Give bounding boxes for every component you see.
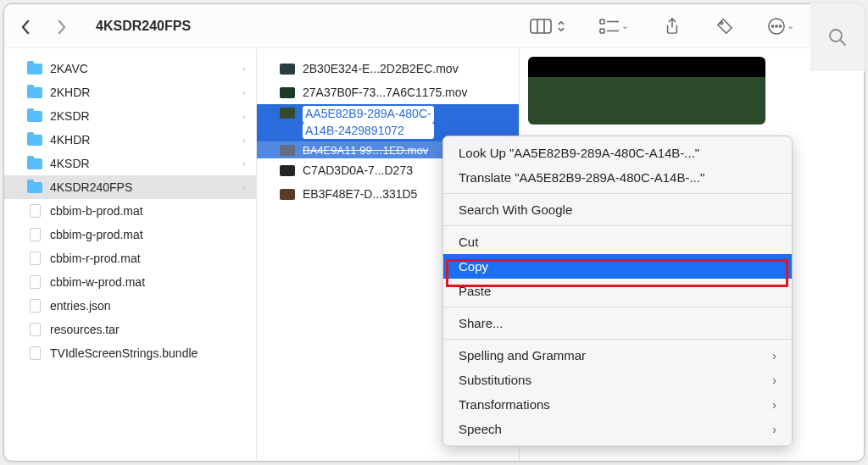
chevron-right-icon: ›	[242, 158, 246, 169]
forward-button[interactable]	[57, 19, 70, 33]
menu-label: Substitutions	[459, 373, 531, 387]
sidebar-item[interactable]: 2KAVC›	[4, 57, 256, 80]
item-label: cbbim-w-prod.mat	[50, 275, 145, 289]
back-button[interactable]	[21, 19, 35, 33]
sidebar-item[interactable]: TVIdleScreenStrings.bundle	[4, 341, 256, 365]
svg-point-9	[771, 25, 773, 26]
file-label: BA4E9A11 99…1ED.mov	[303, 144, 428, 157]
sidebar-item[interactable]: cbbim-r-prod.mat	[4, 246, 256, 270]
menu-separator	[443, 307, 792, 307]
item-label: cbbim-g-prod.mat	[50, 228, 143, 241]
sidebar-item[interactable]: 4KSDR›	[4, 152, 256, 175]
menu-label: Paste	[459, 284, 491, 298]
item-label: 2KSDR	[50, 109, 90, 123]
thumbnail-icon	[279, 62, 296, 75]
sidebar-item[interactable]: 2KSDR›	[4, 104, 256, 128]
svg-line-15	[841, 41, 845, 45]
file-row[interactable]: 27A37B0F-73...7A6C1175.mov	[257, 80, 519, 104]
menu-label: Speech	[459, 422, 502, 436]
svg-rect-3	[600, 19, 604, 24]
updown-icon	[557, 20, 565, 32]
svg-point-14	[830, 30, 842, 42]
file-label: 2B30E324-E...2D2B2EC.mov	[303, 62, 459, 75]
file-label: AA5E82B9-289A-480C-	[303, 106, 434, 123]
chevron-right-icon: ›	[242, 182, 246, 192]
folder-icon	[26, 86, 43, 99]
menu-separator	[443, 193, 792, 194]
sidebar-item[interactable]: cbbim-b-prod.mat	[4, 199, 256, 223]
menu-separator	[443, 225, 792, 226]
chevron-down-icon: ⌄	[621, 20, 629, 31]
menu-transformations[interactable]: Transformations›	[443, 392, 792, 417]
svg-point-10	[776, 25, 777, 26]
menu-paste[interactable]: Paste	[443, 279, 792, 303]
chevron-right-icon: ›	[772, 398, 776, 412]
chevron-right-icon: ›	[242, 87, 246, 97]
item-label: 4KHDR	[50, 133, 90, 147]
thumbnail-icon	[279, 106, 296, 119]
menu-label: Search With Google	[459, 202, 572, 217]
file-icon	[26, 252, 43, 265]
file-icon	[26, 204, 43, 218]
more-button[interactable]: ⌄	[768, 17, 794, 36]
menu-search-google[interactable]: Search With Google	[443, 197, 792, 222]
menu-share[interactable]: Share...	[443, 311, 792, 335]
menu-cut[interactable]: Cut	[443, 230, 792, 254]
file-label: C7AD3D0A-7...D273	[303, 163, 413, 177]
chevron-right-icon: ›	[772, 423, 776, 436]
item-label: cbbim-b-prod.mat	[50, 204, 143, 218]
menu-label: Look Up "AA5E82B9-289A-480C-A14B-..."	[459, 146, 699, 160]
file-label: EB3F48E7-D...331D5	[303, 187, 417, 201]
thumbnail-icon	[279, 187, 296, 201]
item-label: entries.json	[50, 299, 111, 313]
sidebar-item[interactable]: 4KSDR240FPS›	[4, 175, 256, 199]
menu-label: Translate "AA5E82B9-289A-480C-A14B-..."	[459, 170, 704, 185]
folder-icon	[26, 180, 43, 194]
folder-icon	[26, 109, 43, 123]
background-search-icon	[810, 3, 865, 71]
thumbnail-icon	[279, 86, 296, 99]
sidebar-item[interactable]: resources.tar	[4, 318, 256, 341]
menu-speech[interactable]: Speech›	[443, 417, 792, 441]
file-row[interactable]: 2B30E324-E...2D2B2EC.mov	[257, 57, 519, 80]
item-label: 2KAVC	[50, 62, 88, 75]
sidebar-item[interactable]: cbbim-w-prod.mat	[4, 270, 256, 294]
file-icon	[26, 228, 43, 241]
folder-icon	[26, 157, 43, 170]
sidebar-item[interactable]: 2KHDR›	[4, 80, 256, 104]
file-label: 27A37B0F-73...7A6C1175.mov	[303, 86, 468, 99]
menu-spelling[interactable]: Spelling and Grammar›	[443, 343, 792, 368]
menu-label: Spelling and Grammar	[459, 348, 586, 363]
item-label: cbbim-r-prod.mat	[50, 252, 141, 265]
svg-rect-4	[600, 29, 604, 33]
svg-rect-0	[531, 19, 551, 33]
svg-point-11	[779, 25, 781, 26]
item-label: resources.tar	[50, 323, 120, 336]
chevron-right-icon: ›	[242, 135, 246, 145]
menu-separator	[443, 339, 792, 340]
menu-copy[interactable]: Copy	[443, 254, 792, 279]
file-icon	[26, 346, 43, 360]
group-button[interactable]: ⌄	[599, 17, 629, 36]
menu-lookup[interactable]: Look Up "AA5E82B9-289A-480C-A14B-..."	[443, 141, 792, 165]
menu-label: Share...	[459, 316, 504, 330]
tags-button[interactable]	[715, 17, 734, 36]
file-icon	[26, 299, 43, 313]
item-label: 4KSDR240FPS	[50, 180, 132, 194]
menu-substitutions[interactable]: Substitutions›	[443, 368, 792, 392]
item-label: 4KSDR	[50, 157, 90, 170]
view-columns-button[interactable]	[530, 17, 565, 36]
item-label: TVIdleScreenStrings.bundle	[50, 346, 198, 360]
toolbar: 4KSDR240FPS ⌄ ⌄	[4, 4, 864, 48]
chevron-right-icon: ›	[772, 374, 776, 387]
file-icon	[26, 323, 43, 336]
share-button[interactable]	[663, 17, 682, 36]
sidebar-item[interactable]: entries.json	[4, 294, 256, 318]
sidebar-item[interactable]: cbbim-g-prod.mat	[4, 223, 256, 246]
menu-translate[interactable]: Translate "AA5E82B9-289A-480C-A14B-..."	[443, 165, 792, 190]
folder-icon	[26, 62, 43, 75]
menu-label: Copy	[459, 259, 488, 274]
chevron-right-icon: ›	[242, 64, 246, 74]
context-menu: Look Up "AA5E82B9-289A-480C-A14B-..." Tr…	[442, 136, 793, 446]
sidebar-item[interactable]: 4KHDR›	[4, 128, 256, 152]
